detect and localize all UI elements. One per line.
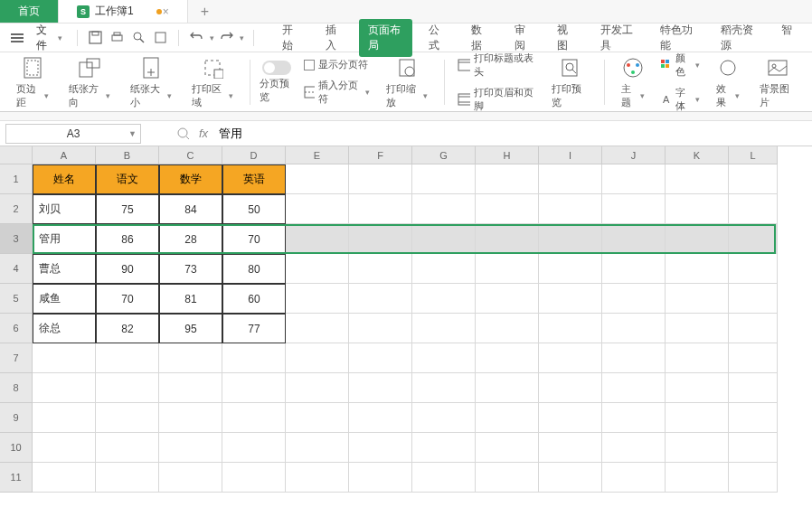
orientation-button[interactable]: 纸张方向▾ [61, 55, 118, 109]
cell-J5[interactable] [602, 284, 666, 314]
add-icon[interactable] [151, 28, 169, 48]
ribbon-tab-2[interactable]: 页面布局 [359, 19, 412, 57]
cell-C8[interactable] [159, 373, 222, 403]
cell-B7[interactable] [96, 343, 159, 373]
col-header-J[interactable]: J [602, 146, 666, 164]
cell-B11[interactable] [96, 463, 159, 493]
cell-C9[interactable] [159, 403, 222, 433]
cell-L7[interactable] [729, 343, 778, 373]
cell-L11[interactable] [729, 463, 778, 493]
cell-I7[interactable] [539, 343, 602, 373]
print-area-button[interactable]: 打印区域▾ [184, 55, 241, 109]
cell-G11[interactable] [412, 463, 476, 493]
cell-J11[interactable] [602, 463, 666, 493]
cell-L5[interactable] [729, 284, 778, 314]
show-breaks-checkbox[interactable]: 显示分页符 [300, 56, 373, 73]
cell-I5[interactable] [539, 284, 602, 314]
cell-B8[interactable] [96, 373, 159, 403]
cell-C2[interactable]: 84 [159, 194, 222, 224]
cell-G8[interactable] [412, 373, 476, 403]
cell-H7[interactable] [476, 343, 539, 373]
cell-A4[interactable]: 曹总 [33, 254, 96, 284]
paper-size-button[interactable]: 纸张大小▾ [123, 55, 179, 109]
tab-workbook[interactable]: S 工作簿1 × [59, 0, 188, 23]
cell-D11[interactable] [222, 463, 286, 493]
cell-L10[interactable] [729, 433, 778, 463]
cell-K3[interactable] [666, 224, 729, 254]
cell-C4[interactable]: 73 [159, 254, 222, 284]
row-header-1[interactable]: 1 [0, 164, 33, 194]
print-titles-button[interactable]: 打印标题或表头 [454, 50, 539, 80]
cell-I4[interactable] [539, 254, 602, 284]
ribbon-tab-7[interactable]: 开发工具 [591, 19, 645, 57]
cell-H2[interactable] [476, 194, 539, 224]
header-footer-button[interactable]: 打印页眉和页脚 [454, 84, 539, 115]
cell-L1[interactable] [729, 164, 778, 194]
ribbon-tab-3[interactable]: 公式 [420, 19, 455, 57]
cell-K4[interactable] [666, 254, 729, 284]
row-header-8[interactable]: 8 [0, 373, 33, 403]
close-icon[interactable]: × [163, 5, 169, 18]
cell-J8[interactable] [602, 373, 666, 403]
cell-D4[interactable]: 80 [222, 254, 286, 284]
col-header-B[interactable]: B [96, 146, 159, 164]
undo-dropdown[interactable]: ▾ [210, 33, 214, 42]
cell-H6[interactable] [476, 314, 539, 343]
colors-button[interactable]: 颜色▾ [657, 50, 703, 80]
cell-F4[interactable] [349, 254, 412, 284]
ribbon-tab-6[interactable]: 视图 [548, 19, 583, 57]
cell-G3[interactable] [412, 224, 476, 254]
print-icon[interactable] [109, 28, 127, 48]
cell-H4[interactable] [476, 254, 539, 284]
cell-K8[interactable] [666, 373, 729, 403]
col-header-K[interactable]: K [666, 146, 729, 164]
cell-H8[interactable] [476, 373, 539, 403]
cell-B2[interactable]: 75 [96, 194, 159, 224]
col-header-C[interactable]: C [159, 146, 222, 164]
cell-F9[interactable] [349, 403, 412, 433]
cell-A3[interactable]: 管用 [33, 224, 96, 254]
cell-G9[interactable] [412, 403, 476, 433]
cell-L8[interactable] [729, 373, 778, 403]
col-header-G[interactable]: G [412, 146, 476, 164]
name-box[interactable]: A3▼ [5, 124, 141, 144]
cell-C5[interactable]: 81 [159, 284, 222, 314]
cell-F2[interactable] [349, 194, 412, 224]
cell-L3[interactable] [729, 224, 778, 254]
cell-B5[interactable]: 70 [96, 284, 159, 314]
col-header-L[interactable]: L [729, 146, 778, 164]
ribbon-tab-1[interactable]: 插入 [316, 19, 352, 57]
cell-C7[interactable] [159, 343, 222, 373]
redo-icon[interactable] [218, 28, 236, 48]
cell-A7[interactable] [33, 343, 96, 373]
cell-C1[interactable]: 数学 [159, 164, 222, 194]
file-menu[interactable]: 文件▾ [31, 23, 68, 53]
cell-B10[interactable] [96, 433, 159, 463]
cell-I2[interactable] [539, 194, 602, 224]
cell-G2[interactable] [412, 194, 476, 224]
cell-F3[interactable] [349, 224, 412, 254]
cell-J10[interactable] [602, 433, 666, 463]
row-header-9[interactable]: 9 [0, 403, 33, 433]
cell-E6[interactable] [286, 314, 349, 343]
cell-K11[interactable] [666, 463, 729, 493]
cell-I1[interactable] [539, 164, 602, 194]
cell-K6[interactable] [666, 314, 729, 343]
cell-D2[interactable]: 50 [222, 194, 286, 224]
select-all-corner[interactable] [0, 146, 33, 164]
insert-break-button[interactable]: 插入分页符▾ [300, 77, 373, 108]
cell-I3[interactable] [539, 224, 602, 254]
cell-C6[interactable]: 95 [159, 314, 222, 343]
row-header-6[interactable]: 6 [0, 314, 33, 343]
cell-G1[interactable] [412, 164, 476, 194]
print-scale-button[interactable]: 打印缩放▾ [379, 55, 435, 109]
cell-A8[interactable] [33, 373, 96, 403]
background-button[interactable]: 背景图片 [752, 55, 803, 109]
cell-E10[interactable] [286, 433, 349, 463]
cell-L4[interactable] [729, 254, 778, 284]
col-header-E[interactable]: E [286, 146, 349, 164]
row-header-2[interactable]: 2 [0, 194, 33, 224]
save-icon[interactable] [87, 28, 105, 48]
row-header-7[interactable]: 7 [0, 343, 33, 373]
theme-button[interactable]: 主题▾ [614, 55, 652, 109]
